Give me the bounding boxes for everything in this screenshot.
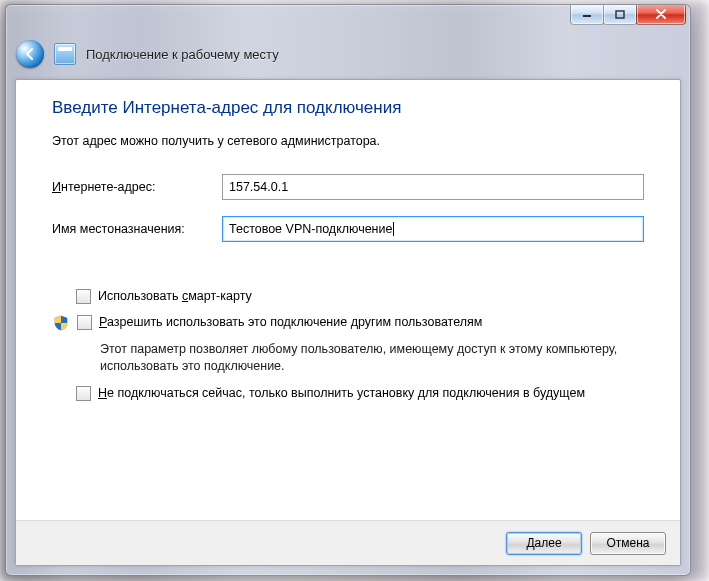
label-allow-other-users: Разрешить использовать это подключение д… (99, 314, 482, 330)
label-destination-name: Имя местоназначения: (52, 222, 222, 236)
svg-rect-1 (616, 11, 624, 18)
content-area: Введите Интернета-адрес для подключения … (16, 80, 680, 520)
svg-rect-0 (583, 15, 591, 17)
title-bar[interactable] (6, 5, 690, 33)
row-destination-name: Имя местоназначения: Тестовое VPN-подклю… (52, 216, 644, 242)
wizard-window: Подключение к рабочему месту Введите Инт… (5, 4, 691, 576)
uac-shield-slot (52, 314, 70, 331)
next-button[interactable]: Далее (506, 532, 582, 555)
maximize-icon (615, 10, 625, 19)
maximize-button[interactable] (603, 4, 637, 25)
uac-shield-icon (53, 315, 69, 331)
text-caret (393, 222, 394, 236)
minimize-icon (582, 10, 592, 18)
options-block: Использовать смарт-карту Разрешить ис (52, 288, 644, 401)
wizard-title: Подключение к рабочему месту (86, 47, 279, 62)
close-button[interactable] (636, 4, 686, 25)
label-internet-address: Интернете-адрес: (52, 180, 222, 194)
checkbox-dont-connect-now[interactable] (76, 386, 91, 401)
wizard-header: Подключение к рабочему месту (6, 33, 690, 79)
page-title: Введите Интернета-адрес для подключения (52, 98, 644, 118)
content-panel: Введите Интернета-адрес для подключения … (15, 79, 681, 566)
wizard-icon (54, 43, 76, 65)
minimize-button[interactable] (570, 4, 604, 25)
row-internet-address: Интернете-адрес: (52, 174, 644, 200)
row-use-smartcard: Использовать смарт-карту (52, 288, 644, 304)
label-dont-connect-now: Не подключаться сейчас, только выполнить… (98, 385, 585, 401)
checkbox-allow-other-users[interactable] (77, 315, 92, 330)
back-button[interactable] (16, 40, 44, 68)
row-allow-other-users: Разрешить использовать это подключение д… (52, 314, 644, 331)
page-subtext: Этот адрес можно получить у сетевого адм… (52, 134, 644, 148)
wizard-footer: Далее Отмена (16, 520, 680, 565)
checkbox-use-smartcard[interactable] (76, 289, 91, 304)
window-controls (571, 4, 686, 25)
row-dont-connect-now: Не подключаться сейчас, только выполнить… (52, 385, 644, 401)
close-icon (655, 9, 667, 19)
label-use-smartcard: Использовать смарт-карту (98, 288, 252, 304)
helptext-allow-other-users: Этот параметр позволяет любому пользоват… (100, 341, 634, 375)
cancel-button[interactable]: Отмена (590, 532, 666, 555)
input-internet-address[interactable] (222, 174, 644, 200)
back-arrow-icon (23, 47, 37, 61)
input-destination-name[interactable]: Тестовое VPN-подключение (222, 216, 644, 242)
